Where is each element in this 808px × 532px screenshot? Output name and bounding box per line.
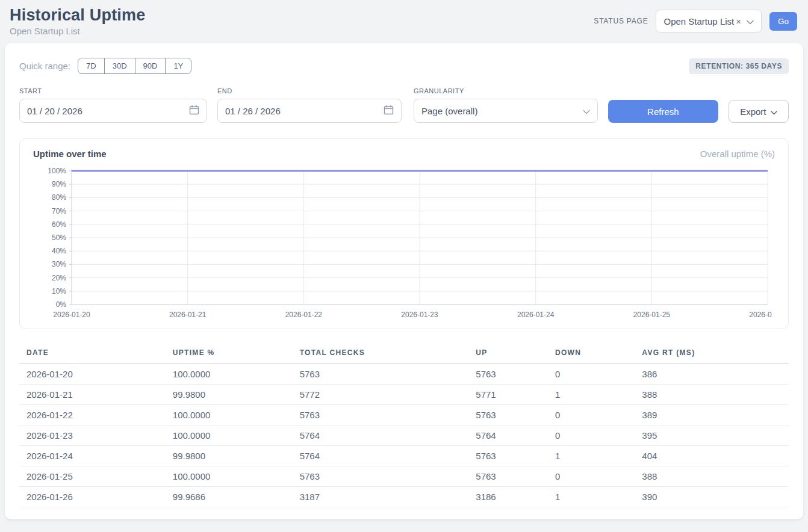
table-cell: 389	[635, 405, 789, 425]
calendar-icon[interactable]	[384, 105, 394, 117]
table-cell: 100.0000	[166, 405, 293, 425]
table-cell: 100.0000	[166, 466, 293, 487]
quick-range-90d-button[interactable]: 90D	[135, 58, 166, 73]
svg-text:2026-01-22: 2026-01-22	[285, 311, 323, 319]
svg-text:100%: 100%	[48, 167, 66, 175]
svg-text:10%: 10%	[52, 287, 66, 295]
refresh-button[interactable]: Refresh	[608, 100, 718, 123]
table-cell: 5763	[293, 466, 469, 487]
table-cell: 0	[548, 364, 635, 385]
table-column-header: UP	[468, 344, 548, 364]
calendar-icon[interactable]	[189, 105, 199, 117]
table-cell: 2026-01-21	[19, 385, 166, 405]
uptime-chart-card: Uptime over time Overall uptime (%) 0%10…	[19, 138, 789, 329]
uptime-chart: 0%10%20%30%40%50%60%70%80%90%100%2026-01…	[33, 165, 772, 323]
chart-title: Uptime over time	[33, 149, 107, 159]
end-date-value: 01 / 26 / 2026	[225, 106, 281, 116]
quick-range-row: Quick range: 7D 30D 90D 1Y RETENTION: 36…	[19, 58, 789, 74]
table-cell: 390	[635, 487, 789, 507]
svg-text:90%: 90%	[52, 180, 66, 188]
table-cell: 3186	[468, 487, 548, 507]
status-page-label: STATUS PAGE	[594, 17, 648, 25]
table-row: 2026-01-2499.9800576457631404	[19, 446, 789, 466]
clear-icon[interactable]: ×	[736, 16, 741, 26]
table-cell: 2026-01-20	[19, 364, 166, 385]
svg-text:80%: 80%	[52, 193, 66, 202]
table-cell: 5771	[468, 385, 548, 405]
table-cell: 2026-01-26	[19, 487, 166, 507]
svg-text:50%: 50%	[52, 234, 66, 242]
table-cell: 1	[548, 487, 635, 507]
table-cell: 5764	[468, 425, 548, 446]
table-cell: 5772	[293, 385, 469, 405]
quick-range-1y-button[interactable]: 1Y	[165, 58, 191, 73]
uptime-table: DATEUPTIME %TOTAL CHECKSUPDOWNAVG RT (MS…	[19, 344, 789, 507]
granularity-value: Page (overall)	[421, 106, 477, 116]
page-header: Historical Uptime Open Startup List STAT…	[0, 0, 808, 43]
table-cell: 1	[548, 385, 635, 405]
export-button[interactable]: Export	[729, 100, 789, 123]
export-label: Export	[740, 107, 766, 117]
granularity-select[interactable]: Page (overall)	[414, 99, 598, 123]
svg-text:40%: 40%	[52, 247, 66, 255]
table-column-header: AVG RT (MS)	[635, 344, 789, 364]
quick-range-30d-button[interactable]: 30D	[104, 58, 135, 73]
chevron-down-icon	[583, 106, 590, 116]
page-title: Historical Uptime	[10, 6, 145, 25]
table-cell: 404	[635, 446, 789, 466]
granularity-label: GRANULARITY	[414, 87, 598, 94]
table-cell: 0	[548, 425, 635, 446]
table-cell: 5763	[468, 364, 548, 385]
go-button[interactable]: Go	[769, 12, 797, 31]
start-date-value: 01 / 20 / 2026	[27, 106, 82, 116]
svg-text:20%: 20%	[52, 274, 66, 282]
svg-text:2026-01-23: 2026-01-23	[401, 311, 438, 319]
uptime-table-body: 2026-01-20100.00005763576303862026-01-21…	[19, 364, 789, 507]
table-row: 2026-01-2699.9686318731861390	[19, 487, 789, 507]
svg-text:0%: 0%	[56, 300, 67, 309]
table-cell: 100.0000	[166, 425, 293, 446]
table-cell: 5763	[468, 405, 548, 425]
table-row: 2026-01-23100.0000576457640395	[19, 425, 789, 446]
quick-range-group: 7D 30D 90D 1Y	[78, 58, 191, 74]
table-cell: 5764	[293, 446, 469, 466]
start-date-input[interactable]: 01 / 20 / 2026	[19, 99, 207, 123]
start-label: START	[19, 87, 207, 94]
table-cell: 2026-01-23	[19, 425, 166, 446]
table-cell: 1	[548, 446, 635, 466]
svg-text:2026-01-21: 2026-01-21	[169, 311, 207, 319]
retention-badge: RETENTION: 365 DAYS	[689, 58, 789, 74]
table-row: 2026-01-2199.9800577257711388	[19, 385, 789, 405]
svg-text:70%: 70%	[52, 207, 66, 215]
table-cell: 0	[548, 466, 635, 487]
filter-row: START 01 / 20 / 2026 END 01 / 26 / 2026 …	[19, 87, 789, 123]
table-cell: 388	[635, 466, 789, 487]
end-date-input[interactable]: 01 / 26 / 2026	[217, 99, 402, 123]
table-column-header: DATE	[19, 344, 166, 364]
header-controls: STATUS PAGE Open Startup List × Go	[594, 10, 797, 32]
table-column-header: UPTIME %	[166, 344, 293, 364]
svg-text:60%: 60%	[52, 220, 66, 229]
status-page-select[interactable]: Open Startup List ×	[656, 10, 762, 32]
quick-range-7d-button[interactable]: 7D	[78, 58, 104, 73]
svg-text:2026-01-24: 2026-01-24	[517, 311, 555, 319]
table-cell: 395	[635, 425, 789, 446]
table-cell: 2026-01-22	[19, 405, 166, 425]
table-cell: 386	[635, 364, 789, 385]
title-block: Historical Uptime Open Startup List	[10, 6, 145, 36]
table-cell: 0	[548, 405, 635, 425]
end-date-field-group: END 01 / 26 / 2026	[217, 87, 402, 123]
table-cell: 99.9686	[166, 487, 293, 507]
page-subtitle: Open Startup List	[10, 26, 145, 36]
chart-legend: Overall uptime (%)	[700, 149, 775, 159]
table-cell: 5764	[293, 425, 469, 446]
quick-range-label: Quick range:	[19, 61, 70, 71]
table-row: 2026-01-22100.0000576357630389	[19, 405, 789, 425]
table-header-row: DATEUPTIME %TOTAL CHECKSUPDOWNAVG RT (MS…	[19, 344, 789, 364]
status-page-value: Open Startup List	[663, 16, 734, 26]
granularity-field-group: GRANULARITY Page (overall)	[414, 87, 598, 123]
table-cell: 5763	[293, 364, 469, 385]
table-row: 2026-01-25100.0000576357630388	[19, 466, 789, 487]
chevron-down-icon	[771, 107, 777, 117]
table-column-header: TOTAL CHECKS	[293, 344, 469, 364]
